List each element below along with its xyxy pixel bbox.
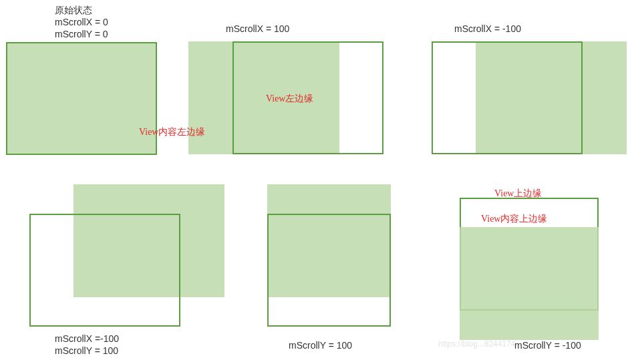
d6-content — [460, 227, 599, 340]
d2-scrollx: mScrollX = 100 — [226, 23, 289, 35]
d5-view-frame — [267, 214, 391, 327]
d3-view-frame — [432, 41, 583, 154]
d5-scrolly: mScrollY = 100 — [289, 339, 352, 351]
d1-scrolly: mScrollY = 0 — [55, 28, 108, 40]
d1-view-frame — [6, 42, 157, 155]
annotation-view-content-top-edge: View内容上边缘 — [481, 214, 547, 225]
watermark: https://blog...8244174 — [438, 339, 515, 349]
d4-scrolly: mScrollY = 100 — [55, 345, 118, 357]
d6-scrolly: mScrollY = -100 — [514, 339, 581, 351]
d4-view-frame — [29, 214, 180, 327]
annotation-view-content-left-edge: View内容左边缘 — [139, 127, 205, 138]
d3-scrollx: mScrollX = -100 — [454, 23, 521, 35]
annotation-view-left-edge: View左边缘 — [266, 94, 313, 105]
diagram-container: 原始状态 mScrollX = 0 mScrollY = 0 mScrollX … — [0, 0, 628, 364]
d1-title: 原始状态 — [55, 4, 92, 16]
annotation-view-top-edge: View上边缘 — [494, 188, 542, 200]
d4-scrollx: mScrollX =-100 — [55, 333, 119, 345]
d1-scrollx: mScrollX = 0 — [55, 16, 108, 28]
